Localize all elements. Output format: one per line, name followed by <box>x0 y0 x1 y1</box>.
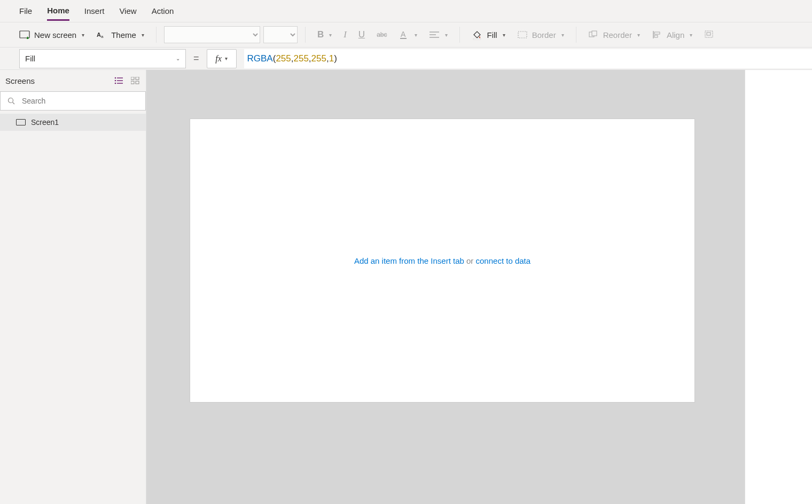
search-icon <box>6 96 17 106</box>
search-wrap <box>0 91 146 111</box>
fx-button[interactable]: fx ▾ <box>207 49 237 68</box>
separator <box>305 27 306 43</box>
align-label: Align <box>667 30 684 40</box>
formula-input[interactable]: RGBA(255, 255, 255, 1) <box>244 49 812 68</box>
svg-text:A: A <box>401 30 406 38</box>
menu-insert[interactable]: Insert <box>84 2 105 20</box>
insert-tab-link[interactable]: Add an item from the Insert tab <box>354 256 464 265</box>
svg-rect-16 <box>707 33 710 35</box>
svg-point-17 <box>115 77 116 79</box>
font-size-select[interactable] <box>263 26 298 43</box>
italic-button[interactable]: I <box>339 26 351 43</box>
svg-line-28 <box>13 103 15 105</box>
chevron-down-icon: ▾ <box>142 32 144 38</box>
formula-token-num: 255 <box>311 53 326 64</box>
search-input[interactable] <box>21 96 140 106</box>
svg-rect-8 <box>473 38 481 40</box>
tree-item-label: Screen1 <box>31 118 59 127</box>
search-box[interactable] <box>0 91 146 111</box>
theme-button[interactable]: Aa Theme ▾ <box>92 26 149 43</box>
font-family-select[interactable] <box>164 26 260 43</box>
svg-rect-25 <box>131 81 134 84</box>
border-button[interactable]: Border ▾ <box>513 26 568 43</box>
strikethrough-button[interactable]: abc <box>372 28 391 42</box>
chevron-down-icon: ▾ <box>637 32 640 38</box>
menu-file[interactable]: File <box>19 2 32 20</box>
text-align-button[interactable]: ▾ <box>425 26 452 43</box>
theme-label: Theme <box>111 30 136 40</box>
separator <box>459 27 460 43</box>
svg-rect-4 <box>400 38 407 39</box>
chevron-down-icon: ⌄ <box>176 56 180 61</box>
reorder-icon <box>588 29 599 40</box>
svg-rect-13 <box>654 32 660 34</box>
ribbon: New screen ▾ Aa Theme ▾ B ▾ I U abc A ▾ … <box>0 22 812 48</box>
menu-home[interactable]: Home <box>47 2 69 21</box>
font-color-button[interactable]: A ▾ <box>394 26 421 43</box>
tree-view-panel: Screens Screen1 <box>0 70 146 504</box>
connect-data-link[interactable]: connect to data <box>476 256 531 265</box>
tree-item-screen[interactable]: Screen1 <box>0 114 146 131</box>
theme-icon: Aa <box>96 29 107 40</box>
properties-panel-edge <box>745 70 812 504</box>
svg-rect-9 <box>518 32 527 38</box>
border-label: Border <box>532 30 556 40</box>
new-screen-label: New screen <box>34 30 76 40</box>
formula-token-num: 255 <box>293 53 308 64</box>
property-name: Fill <box>25 54 35 63</box>
workspace: Screens Screen1 <box>0 70 812 504</box>
formula-bar: Fill ⌄ = fx ▾ RGBA(255, 255, 255, 1) <box>0 48 812 70</box>
group-button[interactable] <box>700 26 716 43</box>
canvas-placeholder: Add an item from the Insert tab or conne… <box>354 256 530 265</box>
chevron-down-icon: ▾ <box>690 32 692 38</box>
menu-action[interactable]: Action <box>152 2 174 20</box>
svg-rect-26 <box>136 81 139 84</box>
artboard[interactable]: Add an item from the Insert tab or conne… <box>190 119 694 402</box>
new-screen-button[interactable]: New screen ▾ <box>15 26 89 43</box>
chevron-down-icon: ▾ <box>561 32 564 38</box>
tree-view-header: Screens <box>0 70 146 91</box>
font-color-icon: A <box>399 29 409 40</box>
separator <box>576 27 576 43</box>
separator <box>156 27 157 43</box>
chevron-down-icon: ▾ <box>329 32 332 38</box>
menu-bar: File Home Insert View Action <box>0 0 812 22</box>
group-icon <box>704 29 715 40</box>
formula-token-func: RGBA <box>247 53 273 64</box>
reorder-button[interactable]: Reorder ▾ <box>584 26 644 43</box>
svg-rect-14 <box>654 35 658 37</box>
chevron-down-icon: ▾ <box>415 32 417 38</box>
screen-icon <box>16 119 26 125</box>
svg-rect-11 <box>592 31 597 36</box>
formula-token-num: 255 <box>276 53 291 64</box>
svg-point-19 <box>115 80 116 82</box>
thumbnail-view-icon[interactable] <box>130 75 140 86</box>
screen-tree: Screen1 <box>0 111 146 134</box>
bold-icon: B <box>317 29 324 40</box>
list-view-icon[interactable] <box>114 75 124 86</box>
border-icon <box>517 29 528 40</box>
menu-view[interactable]: View <box>119 2 136 20</box>
underline-icon: U <box>358 29 365 40</box>
svg-rect-0 <box>20 31 29 38</box>
chevron-down-icon: ▾ <box>445 32 448 38</box>
equals-sign: = <box>193 53 199 64</box>
chevron-down-icon: ▾ <box>82 32 84 38</box>
svg-point-21 <box>115 83 116 84</box>
formula-token-rparen: ) <box>334 53 337 64</box>
svg-rect-24 <box>136 77 139 80</box>
italic-icon: I <box>343 29 347 40</box>
fill-label: Fill <box>487 30 497 40</box>
align-icon <box>652 29 662 40</box>
svg-point-27 <box>9 98 13 103</box>
underline-button[interactable]: U <box>354 26 369 43</box>
new-screen-icon <box>19 29 30 40</box>
property-select[interactable]: Fill ⌄ <box>19 49 186 68</box>
fill-button[interactable]: Fill ▾ <box>467 26 509 43</box>
align-button[interactable]: Align ▾ <box>647 26 697 43</box>
canvas-area[interactable]: Add an item from the Insert tab or conne… <box>146 70 812 504</box>
fx-label: fx <box>215 54 222 64</box>
svg-rect-23 <box>131 77 134 80</box>
svg-text:A: A <box>97 32 101 38</box>
bold-button[interactable]: B ▾ <box>313 26 336 43</box>
